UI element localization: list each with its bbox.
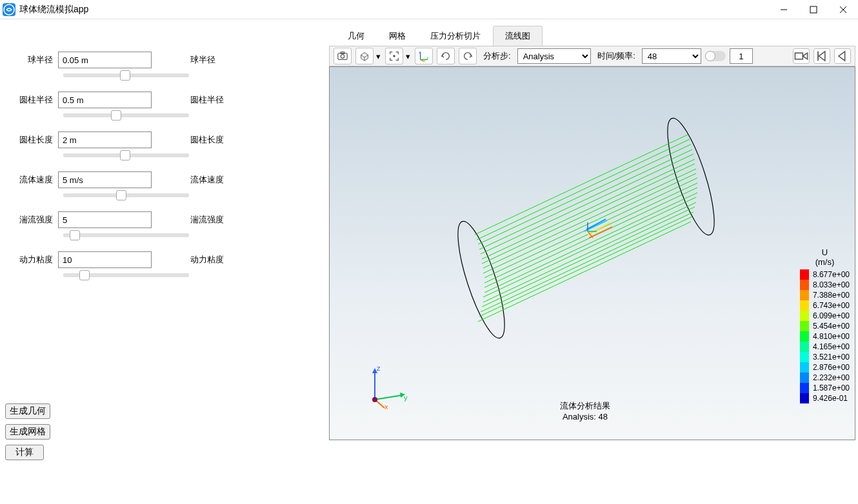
svg-text:y: y xyxy=(404,394,408,402)
legend-row: 6.099e+00 xyxy=(800,311,850,321)
viewport-toolbar: ▾ ▾ zyx 分析步: Analysis 时间/频率: 48 xyxy=(329,46,855,66)
param-input-3[interactable] xyxy=(58,171,152,188)
legend-row: 1.587e+00 xyxy=(800,383,850,393)
param-side-label-4: 湍流强度 xyxy=(190,214,224,226)
param-slider-3[interactable] xyxy=(63,193,189,197)
svg-rect-4 xyxy=(338,53,347,60)
svg-line-25 xyxy=(483,169,696,268)
legend-row: 8.033e+00 xyxy=(800,280,850,290)
first-frame-button[interactable] xyxy=(813,48,830,64)
prev-frame-button[interactable] xyxy=(834,48,851,64)
svg-line-36 xyxy=(478,222,691,322)
svg-line-26 xyxy=(483,173,696,273)
analysis-step-label: 分析步: xyxy=(483,50,511,62)
calculate-button[interactable]: 计算 xyxy=(5,445,44,460)
param-label-3: 流体速度 xyxy=(0,174,58,186)
step-spinner[interactable] xyxy=(730,48,753,64)
svg-line-29 xyxy=(484,188,697,287)
svg-text:x: x xyxy=(384,403,388,409)
close-button[interactable] xyxy=(828,0,858,19)
legend-row: 3.521e+00 xyxy=(800,352,850,362)
generate-mesh-button[interactable]: 生成网格 xyxy=(5,424,50,440)
legend-row: 9.426e-01 xyxy=(800,393,850,403)
legend-row: 5.454e+00 xyxy=(800,321,850,331)
svg-line-35 xyxy=(479,217,692,316)
svg-line-34 xyxy=(481,212,693,312)
param-input-5[interactable] xyxy=(58,251,152,268)
axes-button[interactable]: zyx xyxy=(415,48,433,64)
view-orientation-dropdown[interactable]: ▾ xyxy=(375,48,381,64)
tab-bar: 几何网格压力分析切片流线图 xyxy=(335,26,858,46)
legend-row: 4.165e+00 xyxy=(800,342,850,352)
svg-point-17 xyxy=(659,114,724,239)
param-label-5: 动力粘度 xyxy=(0,254,58,266)
svg-line-19 xyxy=(477,139,690,240)
param-input-1[interactable] xyxy=(58,92,152,108)
param-slider-4[interactable] xyxy=(63,233,189,237)
legend-row: 4.810e+00 xyxy=(800,331,850,342)
svg-line-40 xyxy=(586,219,606,229)
svg-rect-1 xyxy=(810,6,817,13)
tab-1[interactable]: 网格 xyxy=(377,26,418,46)
viewport-3d[interactable]: z y x 流体分析结果 Analysis: 48 U (m/s) 8.677e… xyxy=(329,66,855,440)
time-freq-select[interactable]: 48 xyxy=(642,48,701,64)
svg-line-33 xyxy=(482,207,695,307)
svg-rect-14 xyxy=(795,53,803,59)
window-title: 球体绕流模拟app xyxy=(19,4,769,15)
param-label-0: 球半径 xyxy=(0,54,58,66)
param-input-2[interactable] xyxy=(58,131,152,148)
window-titlebar: 球体绕流模拟app xyxy=(0,0,858,19)
param-slider-1[interactable] xyxy=(63,113,189,117)
svg-point-5 xyxy=(341,55,344,58)
screenshot-button[interactable] xyxy=(334,48,352,64)
parameter-panel: 球半径球半径圆柱半径圆柱半径圆柱长度圆柱长度流体速度流体速度湍流强度湍流强度动力… xyxy=(0,19,329,504)
legend-row: 6.743e+00 xyxy=(800,300,850,311)
param-label-4: 湍流强度 xyxy=(0,214,58,226)
rotate-right-button[interactable] xyxy=(459,48,477,64)
tab-2[interactable]: 压力分析切片 xyxy=(418,26,493,46)
tab-3[interactable]: 流线图 xyxy=(493,26,543,46)
app-icon xyxy=(3,3,15,16)
record-button[interactable] xyxy=(793,48,810,64)
svg-text:z: z xyxy=(377,364,381,372)
axes-widget: z y x xyxy=(365,364,410,411)
svg-text:x: x xyxy=(424,59,426,62)
legend-row: 2.232e+00 xyxy=(800,373,850,383)
fit-view-button[interactable] xyxy=(385,48,403,64)
svg-line-31 xyxy=(483,197,696,297)
result-caption: 流体分析结果 Analysis: 48 xyxy=(560,400,610,422)
param-side-label-0: 球半径 xyxy=(190,54,215,66)
param-slider-2[interactable] xyxy=(63,153,189,157)
svg-line-22 xyxy=(481,154,693,254)
legend-row: 2.876e+00 xyxy=(800,362,850,373)
param-side-label-2: 圆柱长度 xyxy=(190,134,224,146)
param-slider-5[interactable] xyxy=(63,273,189,277)
param-label-1: 圆柱半径 xyxy=(0,94,58,106)
svg-point-16 xyxy=(449,217,514,342)
minimize-button[interactable] xyxy=(769,0,799,19)
param-slider-0[interactable] xyxy=(63,73,189,77)
svg-point-7 xyxy=(393,55,395,57)
time-freq-label: 时间/频率: xyxy=(597,50,635,62)
param-input-0[interactable] xyxy=(58,52,152,68)
svg-text:y: y xyxy=(427,55,429,59)
svg-line-21 xyxy=(479,150,692,249)
rotate-left-button[interactable] xyxy=(437,48,455,64)
view-orientation-button[interactable] xyxy=(355,48,374,64)
param-side-label-3: 流体速度 xyxy=(190,174,224,186)
param-input-4[interactable] xyxy=(58,211,152,228)
generate-geometry-button[interactable]: 生成几何 xyxy=(5,403,50,419)
param-label-2: 圆柱长度 xyxy=(0,134,58,146)
analysis-step-select[interactable]: Analysis xyxy=(517,48,591,64)
tab-0[interactable]: 几何 xyxy=(335,26,377,46)
legend-row: 8.677e+00 xyxy=(800,269,850,280)
fit-view-dropdown[interactable]: ▾ xyxy=(404,48,411,64)
param-side-label-1: 圆柱半径 xyxy=(190,94,224,106)
svg-line-46 xyxy=(375,395,403,400)
svg-line-18 xyxy=(475,135,688,235)
toggle-switch[interactable] xyxy=(705,51,726,61)
maximize-button[interactable] xyxy=(799,0,828,19)
svg-line-20 xyxy=(478,144,691,244)
svg-point-50 xyxy=(372,397,377,402)
svg-line-32 xyxy=(483,202,696,302)
